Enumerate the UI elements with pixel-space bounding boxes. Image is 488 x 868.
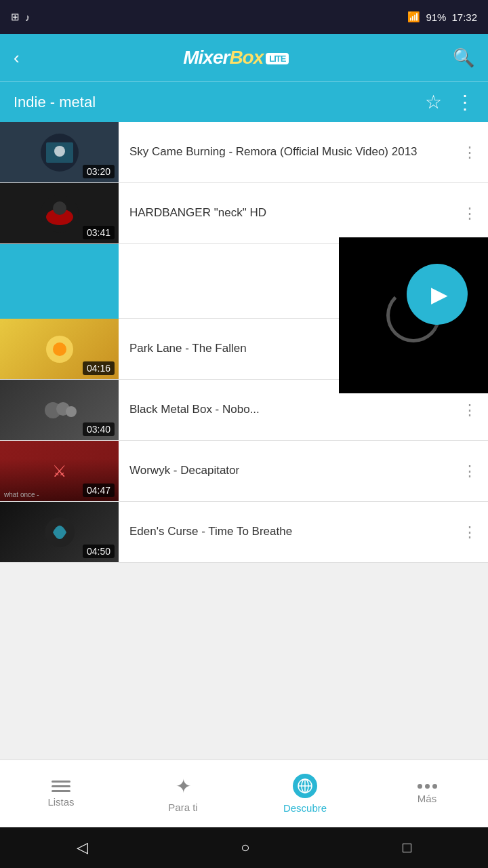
song-title-1: Sky Came Burning - Remora (Official Musi… xyxy=(129,144,418,159)
para-ti-icon: ✦ xyxy=(176,775,191,797)
status-right-icons: 📶 91% 17:32 xyxy=(407,11,477,23)
song-menu-7[interactable]: ⋮ xyxy=(451,524,488,541)
back-button[interactable]: ‹ xyxy=(14,47,20,68)
list-item[interactable]: ⋮ xyxy=(0,244,488,319)
thumbnail-2: 03:41 xyxy=(0,183,119,243)
recent-system-button[interactable]: □ xyxy=(403,839,411,856)
thumbnail-1: 03:20 xyxy=(0,122,119,182)
system-nav: ◁ ○ □ xyxy=(0,827,488,868)
duration-2: 03:41 xyxy=(83,226,115,239)
duration-6: 04:47 xyxy=(83,484,115,497)
time-display: 17:32 xyxy=(451,12,477,23)
thumbnail-3 xyxy=(0,244,119,319)
list-item[interactable]: 04:50 Eden's Curse - Time To Breathe ⋮ xyxy=(0,502,488,563)
song-info-6: Worwyk - Decapitator xyxy=(119,463,451,478)
photo-icon: ⊞ xyxy=(11,11,20,23)
page-header: Indie - metal ☆ ⋮ xyxy=(0,81,488,122)
play-button[interactable] xyxy=(407,264,468,325)
mas-label: Más xyxy=(418,793,436,804)
thumbnail-7: 04:50 xyxy=(0,502,119,562)
thumbnail-4: 04:16 xyxy=(0,319,119,379)
header-actions: ☆ ⋮ xyxy=(425,91,474,113)
para-ti-label: Para ti xyxy=(168,802,197,813)
list-item[interactable]: 03:20 Sky Came Burning - Remora (Officia… xyxy=(0,122,488,183)
song-title-6: Worwyk - Decapitator xyxy=(129,463,239,478)
song-title-2: HARDBANGER "neck" HD xyxy=(129,205,266,220)
song-info-1: Sky Came Burning - Remora (Official Musi… xyxy=(119,144,451,159)
thumbnail-6: ⚔ what once - 04:47 xyxy=(0,441,119,501)
song-info-5: Black Metal Box - Nobo... xyxy=(119,402,451,417)
duration-4: 04:16 xyxy=(83,361,115,375)
song-list: 03:20 Sky Came Burning - Remora (Officia… xyxy=(0,122,488,563)
song-menu-6[interactable]: ⋮ xyxy=(451,462,488,480)
duration-1: 03:20 xyxy=(83,165,115,178)
svg-point-5 xyxy=(53,201,66,215)
svg-point-10 xyxy=(66,406,77,417)
app-bar: ‹ MixerBoxLITE 🔍 xyxy=(0,34,488,81)
list-item[interactable]: 03:41 HARDBANGER "neck" HD ⋮ xyxy=(0,183,488,244)
song-info-2: HARDBANGER "neck" HD xyxy=(119,205,451,220)
wifi-icon: 📶 xyxy=(407,11,420,23)
duration-7: 04:50 xyxy=(83,545,115,558)
nav-para-ti[interactable]: ✦ Para ti xyxy=(122,768,244,820)
song-title-4: Park Lane - The Fallen xyxy=(129,341,247,356)
search-button[interactable]: 🔍 xyxy=(453,47,474,68)
nav-descubre[interactable]: Descubre xyxy=(244,767,366,821)
bottom-nav: Listas ✦ Para ti Descubre Más xyxy=(0,760,488,827)
listas-icon xyxy=(52,781,70,792)
video-loading-overlay xyxy=(339,237,488,393)
nav-mas[interactable]: Más xyxy=(366,777,488,811)
back-system-button[interactable]: ◁ xyxy=(77,839,88,856)
mas-icon xyxy=(418,784,437,789)
duration-5: 03:40 xyxy=(83,422,115,436)
song-title-5: Black Metal Box - Nobo... xyxy=(129,402,260,417)
app-logo: MixerBoxLITE xyxy=(183,47,289,68)
battery-icon: 91% xyxy=(426,12,446,23)
more-options-button[interactable]: ⋮ xyxy=(455,91,474,113)
favorite-button[interactable]: ☆ xyxy=(425,91,442,113)
status-bar: ⊞ ♪ 📶 91% 17:32 xyxy=(0,0,488,34)
list-item[interactable]: ⚔ what once - 04:47 Worwyk - Decapitator… xyxy=(0,441,488,502)
song-menu-1[interactable]: ⋮ xyxy=(451,144,488,161)
status-left-icons: ⊞ ♪ xyxy=(11,11,30,23)
home-system-button[interactable]: ○ xyxy=(241,839,249,856)
song-title-7: Eden's Curse - Time To Breathe xyxy=(129,524,292,539)
song-menu-2[interactable]: ⋮ xyxy=(451,205,488,222)
song-info-7: Eden's Curse - Time To Breathe xyxy=(119,524,451,539)
svg-point-7 xyxy=(53,342,66,356)
descubre-icon xyxy=(293,774,317,798)
thumbnail-5: 03:40 xyxy=(0,380,119,440)
music-icon: ♪ xyxy=(25,12,30,23)
descubre-label: Descubre xyxy=(283,802,327,814)
page-title: Indie - metal xyxy=(14,94,96,111)
svg-point-2 xyxy=(54,146,65,157)
nav-listas[interactable]: Listas xyxy=(0,774,122,814)
song-menu-5[interactable]: ⋮ xyxy=(451,401,488,419)
listas-label: Listas xyxy=(47,796,74,808)
